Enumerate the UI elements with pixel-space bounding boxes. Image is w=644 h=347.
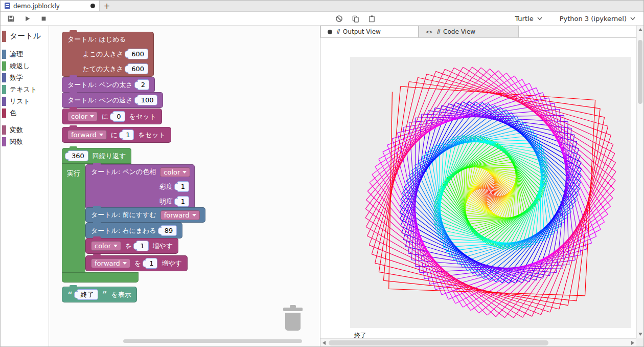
set-color-value-field[interactable]: 0 — [112, 111, 125, 122]
brightness-field[interactable]: 1 — [177, 196, 189, 207]
document-tab[interactable]: demo.jpblockly — [1, 1, 100, 11]
dropdown-arrow-icon — [90, 115, 94, 120]
output-dot-icon — [328, 30, 332, 34]
block-turtle-start[interactable]: タートル: はじめる よこの大きさ 600 たての大きさ 600 — [62, 32, 154, 77]
turn-angle-field[interactable]: 89 — [160, 225, 177, 236]
sidebar-item-turtle[interactable]: タートル — [1, 29, 49, 43]
increment-forward-field[interactable]: 1 — [145, 258, 157, 269]
width-number-field[interactable]: 600 — [127, 49, 148, 59]
dropdown-arrow-icon — [99, 134, 103, 138]
block-label: を — [134, 259, 141, 268]
block-move-forward[interactable]: タートル: 前にすすむ forward — [85, 207, 205, 223]
language-dropdown-value: Turtle — [515, 15, 533, 23]
tab-output-view[interactable]: # Output View — [320, 26, 419, 37]
clear-output-icon[interactable] — [334, 13, 344, 24]
output-horizontal-scrollbar[interactable] — [320, 338, 636, 346]
language-dropdown[interactable]: Turtle — [515, 15, 542, 23]
block-label: タートル: ペンの太さ — [67, 80, 133, 90]
block-label: 増やす — [162, 259, 182, 268]
scrollbar-thumb[interactable] — [329, 340, 548, 345]
save-button[interactable] — [6, 13, 16, 24]
height-number-field[interactable]: 600 — [127, 63, 148, 74]
trash-can-icon[interactable] — [282, 305, 304, 334]
code-brackets-icon: <> — [426, 29, 432, 35]
sidebar-item-functions[interactable]: 関数 — [1, 136, 49, 147]
block-label: 彩度 — [159, 182, 173, 191]
scroll-up-arrow-icon[interactable] — [638, 28, 642, 31]
block-label: 回繰り返す — [93, 151, 126, 161]
block-label: タートル: ペンの色相 — [91, 167, 156, 177]
variable-dropdown-forward[interactable]: forward — [67, 130, 107, 140]
app-window: demo.jpblockly + — [0, 0, 644, 347]
run-button[interactable] — [22, 13, 32, 24]
variable-dropdown-color[interactable]: color — [160, 167, 190, 177]
blockly-workspace[interactable]: タートル: はじめる よこの大きさ 600 たての大きさ 600 タートル: ペ… — [49, 26, 320, 346]
variable-dropdown-color[interactable]: color — [91, 241, 121, 251]
output-vertical-scrollbar[interactable] — [636, 26, 643, 338]
block-pen-speed[interactable]: タートル: ペンの速さ 100 — [62, 92, 163, 108]
category-color-swatch — [2, 50, 6, 59]
workspace-horizontal-scrollbar[interactable] — [123, 339, 302, 343]
block-label: 明度 — [159, 197, 173, 206]
sidebar-item-logic[interactable]: 論理 — [1, 48, 49, 60]
chevron-down-icon — [630, 17, 635, 20]
variable-dropdown-forward[interactable]: forward — [160, 210, 200, 220]
pen-size-field[interactable]: 2 — [137, 79, 149, 90]
block-label: タートル: ペンの速さ — [67, 96, 133, 105]
repeat-count-field[interactable]: 360 — [67, 150, 88, 161]
sidebar-item-math[interactable]: 数学 — [1, 72, 49, 83]
turtle-output-area: 終了 — [320, 38, 636, 338]
kernel-dropdown[interactable]: Python 3 (ipykernel) — [560, 15, 635, 23]
sidebar-item-lists[interactable]: リスト — [1, 95, 49, 107]
category-color-swatch — [2, 125, 6, 135]
print-text-field[interactable]: 終了 — [77, 289, 98, 300]
pen-speed-field[interactable]: 100 — [137, 95, 158, 105]
unsaved-indicator-icon — [90, 4, 95, 8]
block-label: をセット — [138, 131, 165, 140]
stop-button[interactable] — [38, 13, 49, 24]
block-set-forward[interactable]: forward に 1 をセット — [62, 127, 171, 143]
dropdown-arrow-icon — [113, 245, 118, 249]
category-color-swatch — [2, 97, 6, 106]
block-increment-forward[interactable]: forward を 1 増やす — [85, 255, 188, 271]
notebook-toolbar: Turtle Python 3 (ipykernel) — [1, 12, 643, 26]
block-repeat-header[interactable]: 360 回繰り返す — [62, 148, 131, 164]
sidebar-item-loops[interactable]: 繰返し — [1, 60, 49, 72]
block-set-color[interactable]: color に 0 をセット — [62, 109, 162, 124]
paste-icon[interactable] — [366, 13, 377, 24]
tab-bar: demo.jpblockly + — [1, 1, 643, 12]
copy-icon[interactable] — [350, 13, 360, 24]
variable-dropdown-forward[interactable]: forward — [91, 258, 130, 268]
repeat-do-label: 実行 — [62, 164, 85, 178]
saturation-field[interactable]: 1 — [177, 181, 189, 192]
variable-dropdown-color[interactable]: color — [67, 112, 98, 121]
block-repeat-spine[interactable]: 実行 — [62, 163, 85, 272]
chevron-down-icon — [537, 17, 542, 20]
increment-color-field[interactable]: 1 — [136, 241, 148, 251]
scroll-right-arrow-icon[interactable] — [631, 341, 634, 345]
block-increment-color[interactable]: color を 1 増やす — [85, 238, 178, 254]
output-panel: # Output View <> # Code View 終了 — [320, 26, 643, 346]
block-label: タートル: はじめる — [67, 35, 126, 44]
close-quote-icon: ” — [102, 292, 107, 297]
scrollbar-thumb[interactable] — [638, 40, 642, 104]
sidebar-item-text[interactable]: テキスト — [1, 83, 49, 95]
kernel-dropdown-value: Python 3 (ipykernel) — [560, 15, 627, 23]
scroll-left-arrow-icon[interactable] — [323, 341, 326, 345]
open-quote-icon: “ — [67, 292, 73, 297]
block-label: タートル: 右にまわる — [91, 226, 156, 235]
scroll-down-arrow-icon[interactable] — [638, 333, 642, 336]
set-forward-value-field[interactable]: 1 — [122, 129, 134, 140]
category-color-swatch — [2, 85, 6, 94]
document-tab-title: demo.jpblockly — [13, 3, 60, 10]
sidebar-item-variables[interactable]: 変数 — [1, 124, 49, 136]
new-tab-button[interactable]: + — [100, 1, 114, 11]
block-pen-hue[interactable]: タートル: ペンの色相 color 彩度 1 明度 1 — [85, 164, 195, 209]
block-label: を表示 — [111, 290, 131, 299]
block-label: を — [125, 242, 132, 251]
scrollbar-corner — [636, 338, 643, 346]
sidebar-item-colour[interactable]: 色 — [1, 107, 49, 119]
block-repeat-footer[interactable] — [62, 272, 139, 283]
block-print[interactable]: “ 終了 ” を表示 — [62, 287, 137, 302]
tab-code-view[interactable]: <> # Code View — [419, 26, 519, 37]
